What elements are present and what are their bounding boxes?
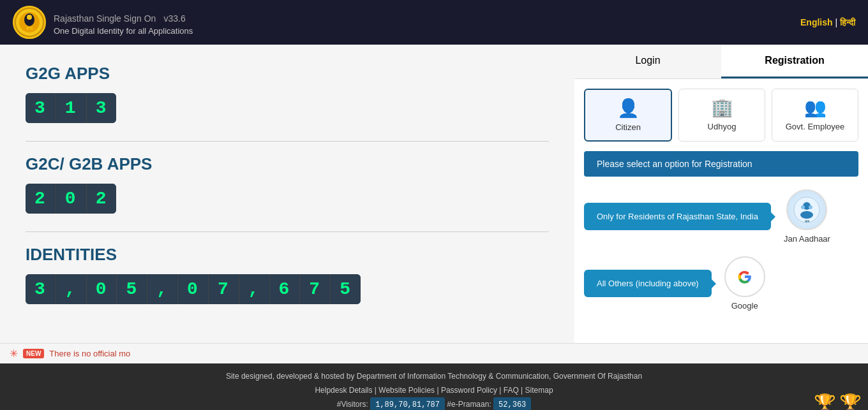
govt-icon: 👥 — [779, 97, 851, 118]
id-digit-4: 5 — [117, 274, 147, 304]
id-digit-11: 5 — [331, 274, 361, 304]
header: राज Rajasthan Single Sign On v33.6 One D… — [0, 0, 868, 45]
footer: Site designed, developed & hosted by Dep… — [0, 363, 868, 410]
g2c-section: G2C/ G2B APPS 2 0 2 — [26, 154, 549, 219]
footer-line2: Helpdesk Details | Website Policies | Pa… — [6, 384, 862, 398]
footer-wrapper: Site designed, developed & hosted by Dep… — [0, 363, 868, 410]
identities-counter: 3 , 0 5 , 0 7 , 6 7 5 — [26, 274, 361, 304]
site-title: Rajasthan Single Sign On v33.6 — [54, 9, 193, 26]
hindi-link[interactable]: हिन्दी — [840, 17, 855, 27]
right-panel: Login Registration 👤 Citizen 🏢 Udhyog 👥 … — [574, 45, 868, 343]
govt-label: Govt. Employee — [786, 122, 845, 131]
tab-registration[interactable]: Registration — [721, 45, 868, 78]
site-subtitle: One Digital Identity for all Application… — [54, 26, 193, 36]
id-digit-9: 6 — [270, 274, 301, 304]
svg-point-3 — [27, 15, 32, 20]
udhyog-label: Udhyog — [708, 122, 737, 131]
g2c-digit-3: 2 — [87, 184, 117, 214]
google-row: All Others (including above) Google — [584, 256, 858, 311]
language-switcher[interactable]: English | हिन्दी — [800, 17, 855, 28]
ticker-new-badge: NEW — [23, 349, 44, 358]
jan-aadhaar-label: Jan Aadhaar — [784, 234, 830, 244]
id-digit-2: , — [56, 274, 87, 304]
version-label: v33.6 — [163, 13, 185, 24]
id-digit-5: , — [147, 274, 178, 304]
google-label: Google — [731, 301, 758, 311]
g2c-digit-2: 0 — [56, 184, 87, 214]
trophy-icon-2: 🏆 — [839, 393, 862, 410]
sitemap-link[interactable]: Sitemap — [525, 386, 553, 395]
epramaan-label: #e-Pramaan: — [447, 400, 491, 409]
g2g-title: G2G APPS — [26, 64, 549, 84]
main-container: G2G APPS 3 1 3 G2C/ G2B APPS 2 0 2 IDENT… — [0, 45, 868, 343]
left-panel: G2G APPS 3 1 3 G2C/ G2B APPS 2 0 2 IDENT… — [0, 45, 574, 343]
g2g-digit-2: 1 — [56, 93, 87, 123]
header-text: Rajasthan Single Sign On v33.6 One Digit… — [54, 9, 193, 35]
google-circle — [724, 256, 765, 297]
g2c-digit-1: 2 — [26, 184, 56, 214]
svg-point-9 — [809, 205, 812, 209]
id-digit-8: , — [239, 274, 270, 304]
g2g-counter: 3 1 3 — [26, 93, 116, 123]
id-digit-7: 7 — [209, 274, 239, 304]
ticker-text: There is no official mo — [49, 349, 130, 358]
logo-area: राज Rajasthan Single Sign On v33.6 One D… — [13, 6, 193, 39]
identities-section: IDENTITIES 3 , 0 5 , 0 7 , 6 7 5 — [26, 245, 549, 309]
visitors-count: 1,89,70,81,787 — [370, 397, 445, 410]
g2g-section: G2G APPS 3 1 3 — [26, 64, 549, 128]
tab-login[interactable]: Login — [574, 45, 721, 78]
id-digit-1: 3 — [26, 274, 56, 304]
login-type-icons: 👤 Citizen 🏢 Udhyog 👥 Govt. Employee — [574, 79, 868, 151]
google-provider[interactable]: Google — [724, 256, 765, 311]
trophy-icon-1: 🏆 — [814, 393, 836, 410]
id-digit-10: 7 — [300, 274, 331, 304]
google-bubble[interactable]: All Others (including above) — [584, 270, 712, 297]
tab-bar: Login Registration — [574, 45, 868, 79]
helpdesk-link[interactable]: Helpdesk Details — [315, 386, 372, 395]
trophy-area: 🏆 🏆 — [814, 393, 862, 410]
citizen-card[interactable]: 👤 Citizen — [584, 89, 672, 142]
udhyog-card[interactable]: 🏢 Udhyog — [678, 89, 765, 142]
logo-image: राज — [13, 6, 46, 39]
divider-2 — [26, 231, 549, 232]
id-digit-6: 0 — [178, 274, 209, 304]
ticker-star: ✳ — [10, 348, 18, 360]
g2g-digit-3: 3 — [87, 93, 117, 123]
citizen-icon: 👤 — [592, 98, 664, 119]
password-policy-link[interactable]: Password Policy — [441, 386, 497, 395]
jan-aadhaar-bubble[interactable]: Only for Residents of Rajasthan State, I… — [584, 203, 771, 230]
ticker-bar: ✳ NEW There is no official mo — [0, 343, 868, 363]
divider-1 — [26, 141, 549, 142]
govt-employee-card[interactable]: 👥 Govt. Employee — [772, 89, 858, 142]
reg-options: Only for Residents of Rajasthan State, I… — [574, 177, 868, 323]
id-digit-3: 0 — [87, 274, 117, 304]
website-policies-link[interactable]: Website Policies — [378, 386, 435, 395]
udhyog-icon: 🏢 — [685, 97, 758, 118]
footer-line3: #Visitors: 1,89,70,81,787 #e-Pramaan: 52… — [6, 397, 862, 410]
identities-title: IDENTITIES — [26, 245, 549, 265]
svg-point-7 — [800, 211, 813, 219]
citizen-label: Citizen — [615, 122, 641, 132]
english-link[interactable]: English — [800, 17, 833, 27]
g2c-title: G2C/ G2B APPS — [26, 154, 549, 174]
svg-text:जन: जन — [804, 219, 810, 223]
reg-prompt: Please select an option for Registration — [584, 151, 858, 177]
jan-aadhaar-circle: जन — [786, 189, 827, 230]
g2c-counter: 2 0 2 — [26, 184, 116, 214]
footer-line1: Site designed, developed & hosted by Dep… — [6, 370, 862, 384]
g2g-digit-1: 3 — [26, 93, 56, 123]
jan-aadhaar-row: Only for Residents of Rajasthan State, I… — [584, 189, 858, 244]
faq-link[interactable]: FAQ — [504, 386, 519, 395]
jan-aadhaar-provider[interactable]: जन Jan Aadhaar — [784, 189, 830, 244]
visitors-label: #Visitors: — [337, 400, 368, 409]
svg-point-8 — [801, 205, 805, 209]
epramaan-count: 52,363 — [493, 397, 531, 410]
svg-text:राज: राज — [26, 26, 33, 31]
